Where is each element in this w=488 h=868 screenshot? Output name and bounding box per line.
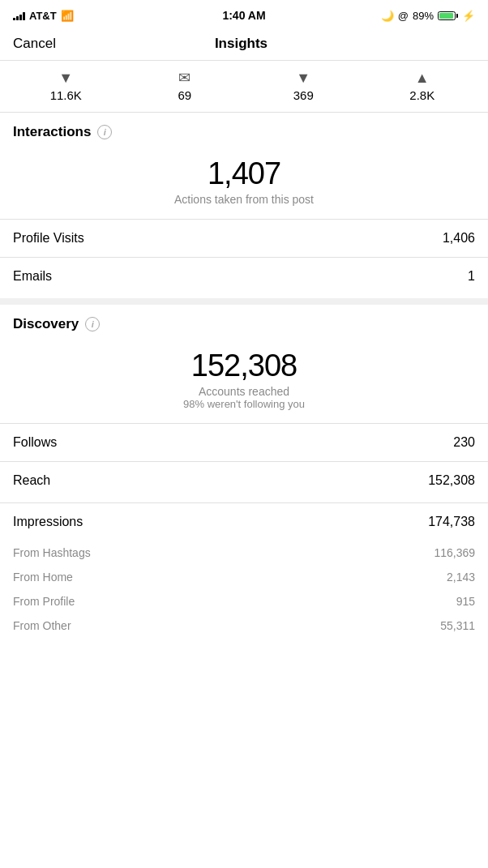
from-home-label: From Home (13, 571, 73, 584)
interactions-big-label: Actions taken from this post (13, 193, 475, 206)
from-other-value: 55,311 (440, 619, 475, 632)
metric-value-2: 369 (293, 88, 314, 102)
metric-value-0: 11.6K (50, 88, 82, 102)
interactions-big-stat: 1,407 Actions taken from this post (0, 148, 488, 219)
discovery-big-number: 152,308 (13, 348, 475, 383)
discovery-header: Discovery i (0, 298, 488, 340)
signal-icon (13, 11, 25, 20)
battery-icon (438, 11, 458, 20)
discovery-info-icon[interactable]: i (85, 317, 100, 331)
impressions-row: Impressions 174,738 (0, 502, 488, 541)
emails-row: Emails 1 (0, 257, 488, 295)
metric-item-3: ▲ 2.8K (363, 70, 482, 102)
moon-icon: 🌙 (381, 10, 394, 22)
from-home-row: From Home 2,143 (0, 565, 488, 589)
status-left: AT&T 📶 (13, 10, 74, 22)
status-right: 🌙 @ 89% ⚡ (381, 10, 475, 22)
profile-visits-label: Profile Visits (13, 231, 84, 246)
nav-bar: Cancel Insights (0, 29, 488, 61)
metric-icon-2: ▼ (296, 70, 310, 87)
discovery-big-stat: 152,308 Accounts reached 98% weren't fol… (0, 340, 488, 423)
from-hashtags-value: 116,369 (434, 546, 475, 559)
status-bar: AT&T 📶 1:40 AM 🌙 @ 89% ⚡ (0, 0, 488, 29)
profile-visits-row: Profile Visits 1,406 (0, 219, 488, 257)
metric-icon-3: ▲ (415, 70, 430, 87)
from-other-label: From Other (13, 619, 71, 632)
discovery-big-sublabel: 98% weren't following you (13, 398, 475, 410)
discovery-title: Discovery (13, 316, 79, 332)
cancel-button[interactable]: Cancel (13, 36, 56, 52)
discovery-big-label: Accounts reached (13, 385, 475, 398)
location-icon: @ (398, 10, 409, 22)
emails-value: 1 (468, 269, 475, 284)
charging-icon: ⚡ (462, 10, 475, 22)
profile-visits-value: 1,406 (443, 231, 475, 246)
emails-label: Emails (13, 269, 52, 284)
discovery-section: Discovery i 152,308 Accounts reached 98%… (0, 298, 488, 638)
interactions-header: Interactions i (0, 113, 488, 148)
from-home-value: 2,143 (447, 571, 475, 584)
page-title: Insights (215, 36, 268, 52)
interactions-title: Interactions (13, 124, 91, 140)
metric-value-1: 69 (178, 88, 191, 102)
interactions-big-number: 1,407 (13, 156, 475, 191)
from-profile-row: From Profile 915 (0, 589, 488, 614)
metric-icon-1: ✉ (178, 69, 190, 87)
reach-label: Reach (13, 473, 50, 488)
metric-value-3: 2.8K (409, 88, 434, 102)
follows-value: 230 (453, 435, 475, 450)
wifi-icon: 📶 (61, 10, 74, 22)
from-profile-value: 915 (456, 595, 475, 608)
interactions-section: Interactions i 1,407 Actions taken from … (0, 113, 488, 295)
metrics-row: ▼ 11.6K ✉ 69 ▼ 369 ▲ 2.8K (0, 61, 488, 113)
carrier-label: AT&T (29, 10, 57, 22)
follows-label: Follows (13, 435, 57, 450)
from-hashtags-row: From Hashtags 116,369 (0, 541, 488, 565)
metric-icon-0: ▼ (58, 70, 73, 87)
from-hashtags-label: From Hashtags (13, 546, 91, 559)
interactions-info-icon[interactable]: i (97, 125, 112, 139)
metric-item-0: ▼ 11.6K (6, 70, 126, 102)
impressions-value: 174,738 (428, 515, 475, 529)
from-other-row: From Other 55,311 (0, 614, 488, 638)
metric-item-1: ✉ 69 (126, 69, 245, 102)
impressions-section: Impressions 174,738 From Hashtags 116,36… (0, 499, 488, 638)
status-time: 1:40 AM (222, 9, 265, 22)
follows-row: Follows 230 (0, 423, 488, 461)
battery-percent: 89% (413, 10, 434, 22)
reach-row: Reach 152,308 (0, 461, 488, 499)
metric-item-2: ▼ 369 (244, 70, 363, 102)
from-profile-label: From Profile (13, 595, 75, 608)
impressions-label: Impressions (13, 515, 83, 529)
reach-value: 152,308 (428, 473, 475, 488)
